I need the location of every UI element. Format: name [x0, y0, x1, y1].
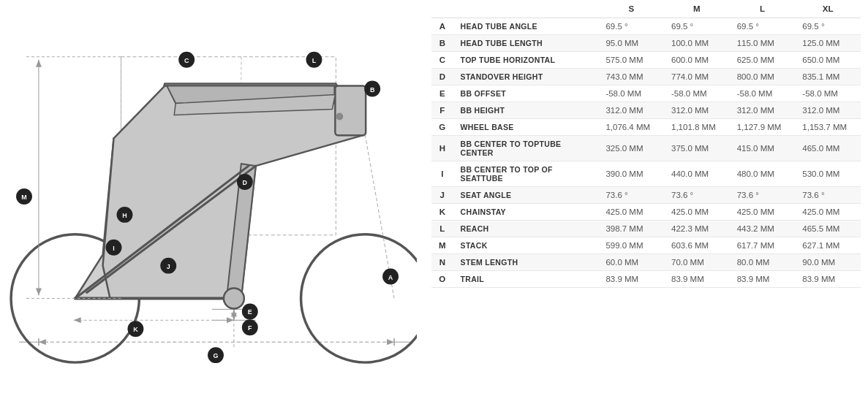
- table-row: FBB HEIGHT312.0 MM312.0 MM312.0 MM312.0 …: [431, 102, 861, 119]
- row-label: BB HEIGHT: [453, 102, 599, 119]
- row-label: SEAT ANGLE: [453, 187, 599, 204]
- row-value-xl: 73.6 °: [795, 187, 861, 204]
- row-label: REACH: [453, 221, 599, 237]
- row-id: M: [431, 237, 453, 254]
- table-row: HBB CENTER TO TOPTUBE CENTER325.0 MM375.…: [431, 136, 861, 161]
- row-label: CHAINSTAY: [453, 204, 599, 221]
- svg-text:E: E: [248, 308, 252, 316]
- row-id: B: [431, 35, 453, 52]
- row-label: STANDOVER HEIGHT: [453, 69, 599, 85]
- svg-marker-63: [36, 289, 42, 296]
- row-label: STEM LENGTH: [453, 254, 599, 271]
- row-value-s: 575.0 MM: [598, 52, 664, 69]
- row-value-xl: 83.9 MM: [795, 271, 861, 288]
- svg-marker-6: [387, 339, 394, 345]
- svg-text:L: L: [312, 57, 317, 64]
- row-value-l: 83.9 MM: [730, 271, 796, 288]
- row-value-s: 95.0 MM: [598, 35, 664, 52]
- svg-text:K: K: [133, 326, 138, 333]
- row-value-xl: 465.0 MM: [795, 136, 861, 161]
- row-id: K: [431, 204, 453, 221]
- table-row: KCHAINSTAY425.0 MM425.0 MM425.0 MM425.0 …: [431, 204, 861, 221]
- row-value-s: 83.9 MM: [598, 271, 664, 288]
- row-value-s: 312.0 MM: [598, 102, 664, 119]
- col-header-measurement: [453, 0, 599, 18]
- row-value-l: 480.0 MM: [730, 161, 796, 187]
- row-value-m: -58.0 MM: [664, 85, 730, 102]
- row-id: F: [431, 102, 453, 119]
- col-header-l: L: [730, 0, 796, 18]
- col-header-s: S: [598, 0, 664, 18]
- diagram-panel: A B C D E F G H I J K L: [0, 0, 424, 393]
- row-value-xl: 835.1 MM: [795, 69, 861, 85]
- row-value-xl: 90.0 MM: [795, 254, 861, 271]
- row-label: TOP TUBE HORIZONTAL: [453, 52, 599, 69]
- row-value-m: 440.0 MM: [664, 161, 730, 187]
- row-value-xl: 465.5 MM: [795, 221, 861, 237]
- row-value-s: 1,076.4 MM: [598, 119, 664, 136]
- row-value-xl: 125.0 MM: [795, 35, 861, 52]
- table-row: OTRAIL83.9 MM83.9 MM83.9 MM83.9 MM: [431, 271, 861, 288]
- row-value-s: 425.0 MM: [598, 204, 664, 221]
- svg-text:C: C: [184, 57, 189, 64]
- row-label: STACK: [453, 237, 599, 254]
- row-label: BB CENTER TO TOP OF SEATTUBE: [453, 161, 599, 187]
- row-value-l: 415.0 MM: [730, 136, 796, 161]
- svg-text:J: J: [167, 263, 170, 270]
- svg-rect-24: [335, 86, 366, 136]
- row-value-s: -58.0 MM: [598, 85, 664, 102]
- row-value-l: -58.0 MM: [730, 85, 796, 102]
- table-row: IBB CENTER TO TOP OF SEATTUBE390.0 MM440…: [431, 161, 861, 187]
- row-id: G: [431, 119, 453, 136]
- row-value-m: 100.0 MM: [664, 35, 730, 52]
- row-id: C: [431, 52, 453, 69]
- svg-marker-18: [227, 317, 234, 323]
- row-value-m: 603.6 MM: [664, 237, 730, 254]
- row-value-l: 115.0 MM: [730, 35, 796, 52]
- table-row: BHEAD TUBE LENGTH95.0 MM100.0 MM115.0 MM…: [431, 35, 861, 52]
- row-id: J: [431, 187, 453, 204]
- row-value-m: 1,101.8 MM: [664, 119, 730, 136]
- svg-marker-17: [74, 317, 81, 323]
- row-value-l: 800.0 MM: [730, 69, 796, 85]
- table-row: AHEAD TUBE ANGLE69.5 °69.5 °69.5 °69.5 °: [431, 18, 861, 35]
- row-value-l: 312.0 MM: [730, 102, 796, 119]
- row-id: A: [431, 18, 453, 35]
- table-row: NSTEM LENGTH60.0 MM70.0 MM80.0 MM90.0 MM: [431, 254, 861, 271]
- svg-point-30: [224, 289, 244, 309]
- row-value-xl: 530.0 MM: [795, 161, 861, 187]
- svg-text:I: I: [113, 245, 115, 252]
- row-value-m: 83.9 MM: [664, 271, 730, 288]
- row-value-l: 625.0 MM: [730, 52, 796, 69]
- table-row: MSTACK599.0 MM603.6 MM617.7 MM627.1 MM: [431, 237, 861, 254]
- row-value-m: 73.6 °: [664, 187, 730, 204]
- row-label: HEAD TUBE ANGLE: [453, 18, 599, 35]
- row-value-xl: 312.0 MM: [795, 102, 861, 119]
- row-id: D: [431, 69, 453, 85]
- col-header-id: [431, 0, 453, 18]
- row-value-s: 398.7 MM: [598, 221, 664, 237]
- svg-text:F: F: [248, 324, 252, 332]
- row-value-l: 425.0 MM: [730, 204, 796, 221]
- row-value-xl: 627.1 MM: [795, 237, 861, 254]
- row-value-l: 69.5 °: [730, 18, 796, 35]
- row-value-s: 390.0 MM: [598, 161, 664, 187]
- row-id: O: [431, 271, 453, 288]
- row-id: L: [431, 221, 453, 237]
- row-value-s: 325.0 MM: [598, 136, 664, 161]
- row-value-l: 617.7 MM: [730, 237, 796, 254]
- row-value-xl: 650.0 MM: [795, 52, 861, 69]
- svg-text:M: M: [21, 194, 26, 201]
- row-value-xl: 1,153.7 MM: [795, 119, 861, 136]
- row-value-xl: 425.0 MM: [795, 204, 861, 221]
- row-value-xl: -58.0 MM: [795, 85, 861, 102]
- row-value-l: 1,127.9 MM: [730, 119, 796, 136]
- row-value-s: 743.0 MM: [598, 69, 664, 85]
- svg-text:G: G: [213, 352, 218, 359]
- svg-text:D: D: [243, 179, 248, 186]
- row-value-m: 312.0 MM: [664, 102, 730, 119]
- table-row: CTOP TUBE HORIZONTAL575.0 MM600.0 MM625.…: [431, 52, 861, 69]
- row-value-s: 599.0 MM: [598, 237, 664, 254]
- svg-text:B: B: [370, 86, 375, 94]
- table-row: GWHEEL BASE1,076.4 MM1,101.8 MM1,127.9 M…: [431, 119, 861, 136]
